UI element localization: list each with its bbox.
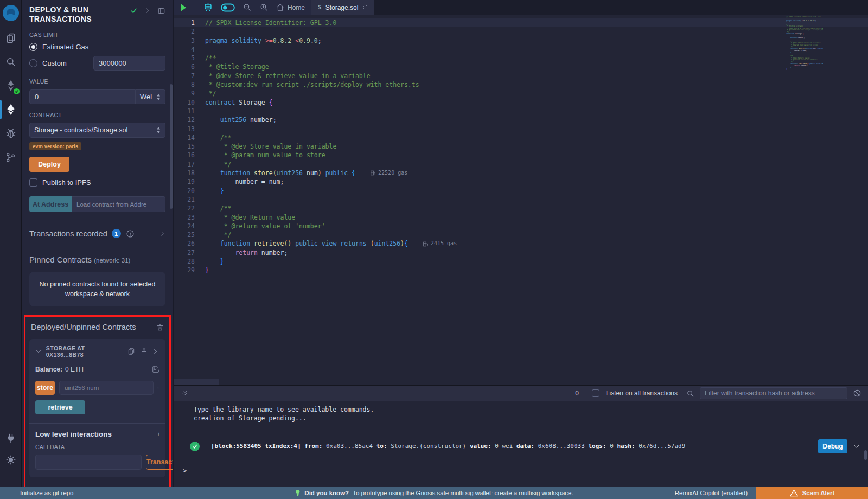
terminal-log[interactable]: Type the library name to see available c…	[174, 401, 868, 487]
transactions-recorded-label: Transactions recorded	[29, 229, 107, 238]
terminal-scrollbar[interactable]	[864, 450, 867, 460]
terminal-line: creation of Storage pending...	[174, 414, 868, 423]
balance-value: 0 ETH	[65, 366, 84, 373]
collapse-terminal-icon[interactable]	[181, 389, 188, 397]
contract-label: CONTRACT	[29, 112, 165, 118]
transactions-recorded-row[interactable]: Transactions recorded 1	[29, 229, 165, 238]
gas-estimate-badge: 22520 gas	[371, 169, 407, 177]
code-line: 1// SPDX-License-Identifier: GPL-3.0	[174, 18, 868, 27]
pin-icon[interactable]	[141, 348, 148, 355]
deploy-run-panel: DEPLOY & RUN TRANSACTIONS GAS LIMIT Esti…	[22, 0, 174, 487]
calldata-input[interactable]	[35, 455, 142, 470]
sidebar-item-debugger[interactable]	[0, 121, 22, 145]
code-editor: Home S Storage.sol 1// SPDX-License-Iden…	[174, 0, 868, 385]
zoom-in-icon[interactable]	[259, 3, 269, 12]
code-line: 25 */	[174, 231, 868, 239]
copy-icon[interactable]	[127, 348, 135, 355]
updown-caret-icon	[156, 94, 161, 100]
terminal-filter-input[interactable]	[700, 387, 847, 399]
close-icon[interactable]	[153, 348, 159, 355]
warning-icon	[790, 489, 798, 497]
terminal-prompt[interactable]: >	[183, 467, 187, 476]
value-unit-select[interactable]: Wei	[136, 89, 165, 104]
sidebar-item-solidity-compiler[interactable]	[0, 74, 22, 98]
code-line: 24 * @return value of 'number'	[174, 222, 868, 231]
tab-label: Storage.sol	[326, 4, 359, 11]
panel-title: DEPLOY & RUN TRANSACTIONS	[29, 5, 111, 24]
gas-estimate-badge: 2415 gas	[423, 239, 457, 248]
close-tab-icon[interactable]	[362, 4, 368, 10]
copilot-toggle-icon[interactable]	[221, 3, 235, 12]
trash-icon[interactable]	[156, 323, 164, 331]
edit-icon[interactable]	[152, 366, 159, 373]
value-label: VALUE	[29, 78, 165, 85]
publish-ipfs-checkbox[interactable]	[29, 178, 37, 187]
copilot-status[interactable]: RemixAI Copilot (enabled)	[675, 490, 748, 496]
home-tab-button[interactable]: Home	[276, 3, 305, 11]
lightbulb-icon	[295, 489, 301, 497]
custom-gas-radio[interactable]	[29, 59, 37, 67]
zoom-out-icon[interactable]	[242, 3, 252, 12]
calldata-label: CALLDATA	[35, 444, 159, 450]
icon-bar	[0, 0, 22, 487]
panel-scrollbar[interactable]	[170, 84, 173, 209]
expand-tx-icon[interactable]	[853, 443, 860, 450]
git-init-button[interactable]: Initialize as git repo	[20, 490, 73, 496]
sidebar-item-deploy-run[interactable]	[0, 98, 22, 121]
ban-icon[interactable]	[853, 389, 861, 398]
transaction-row[interactable]: [block:5583405 txIndex:4] from: 0xa03...…	[174, 437, 868, 456]
chevron-down-icon[interactable]	[157, 385, 159, 392]
at-address-button[interactable]: At Address	[29, 196, 72, 212]
remix-ide: DEPLOY & RUN TRANSACTIONS GAS LIMIT Esti…	[0, 0, 868, 499]
code-line: 29}	[174, 266, 868, 274]
publish-ipfs-option[interactable]: Publish to IPFS	[29, 178, 165, 187]
chevron-right-icon[interactable]	[159, 231, 165, 237]
store-function-button[interactable]: store	[35, 381, 55, 395]
scam-alert-button[interactable]: Scam Alert	[756, 487, 868, 499]
estimated-gas-option[interactable]: Estimated Gas	[29, 43, 165, 51]
editor-area: Home S Storage.sol 1// SPDX-License-Iden…	[174, 0, 868, 487]
code-line: 22 /**	[174, 204, 868, 213]
at-address-input[interactable]	[72, 196, 165, 212]
code-line: 11	[174, 107, 868, 116]
custom-gas-option[interactable]: Custom	[29, 56, 165, 71]
run-script-icon[interactable]	[180, 4, 187, 11]
ai-robot-icon[interactable]	[203, 3, 213, 12]
horizontal-scrollbar[interactable]	[174, 379, 219, 385]
files-icon	[5, 33, 16, 43]
pin-panel-icon[interactable]	[157, 7, 165, 15]
pinned-contracts-title: Pinned Contracts (network: 31)	[29, 255, 165, 264]
sidebar-item-plugin-manager[interactable]	[0, 426, 22, 450]
chevron-right-icon[interactable]	[144, 7, 151, 14]
code-area[interactable]: 1// SPDX-License-Identifier: GPL-3.023pr…	[174, 15, 868, 385]
status-bar: Initialize as git repo Did you know? To …	[0, 487, 868, 499]
sidebar-item-search[interactable]	[0, 50, 22, 74]
listen-all-label: Listen on all transactions	[606, 389, 678, 397]
instance-title: STORAGE AT 0X136...8B78	[46, 345, 123, 358]
sidebar-item-file-explorer[interactable]	[0, 26, 22, 50]
chevron-down-icon[interactable]	[35, 348, 42, 355]
transact-button[interactable]: Transact	[146, 455, 174, 470]
store-param-input[interactable]	[59, 381, 154, 395]
sidebar-item-settings[interactable]	[0, 448, 22, 472]
tab-storage-sol[interactable]: S Storage.sol	[311, 0, 374, 15]
search-icon	[5, 56, 16, 67]
retrieve-function-button[interactable]: retrieve	[35, 400, 85, 414]
contract-select[interactable]: Storage - contracts/Storage.sol	[29, 123, 165, 138]
remix-logo[interactable]	[0, 0, 22, 26]
solidity-file-icon: S	[318, 4, 322, 11]
listen-all-checkbox[interactable]	[592, 389, 599, 397]
terminal-line: Type the library name to see available c…	[174, 406, 868, 414]
updown-caret-icon	[156, 127, 161, 133]
sidebar-item-git[interactable]	[0, 145, 22, 169]
value-input[interactable]	[29, 89, 136, 104]
custom-gas-input[interactable]	[93, 56, 165, 71]
deploy-button[interactable]: Deploy	[29, 157, 69, 172]
debug-button[interactable]: Debug	[818, 439, 847, 453]
divider	[195, 3, 195, 12]
minimap[interactable]: // SPDX-License-Identifier: GPL-3.0pragm…	[784, 16, 823, 71]
code-line: 14 /**	[174, 133, 868, 142]
plug-icon	[5, 433, 16, 444]
compile-success-badge	[14, 88, 20, 94]
estimated-gas-radio[interactable]	[29, 43, 37, 51]
